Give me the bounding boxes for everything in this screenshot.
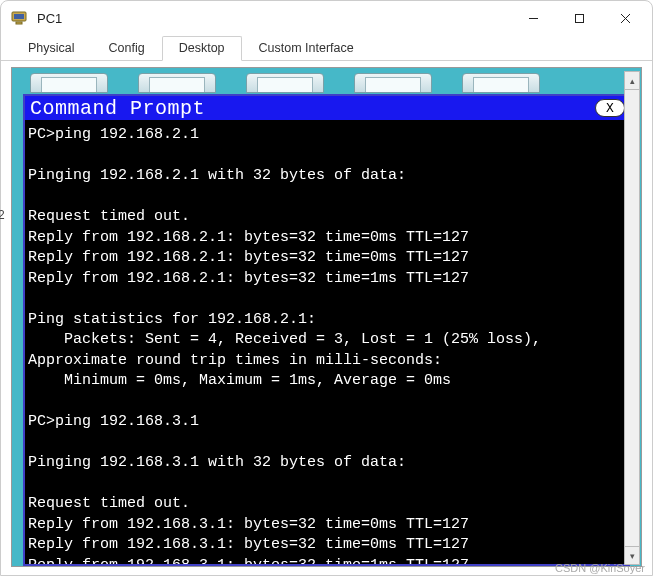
svg-rect-4 (575, 14, 583, 22)
window-titlebar: PC1 (1, 1, 652, 35)
app-window: PC1 Physical Config Desktop Custom Inter… (0, 0, 653, 576)
command-prompt-close-button[interactable]: X (595, 99, 625, 117)
watermark: CSDN @KiriSoyer (555, 562, 645, 574)
scroll-up-button[interactable]: ▴ (625, 72, 639, 90)
desktop-app-icon[interactable] (246, 73, 324, 93)
desktop-icon-row (12, 68, 641, 93)
command-prompt-window: Command Prompt X PC>ping 192.168.2.1 Pin… (23, 94, 630, 566)
window-controls (510, 3, 648, 33)
tab-bar: Physical Config Desktop Custom Interface (1, 35, 652, 61)
pc-icon (11, 11, 29, 25)
tab-config[interactable]: Config (92, 36, 162, 61)
tab-custom-interface[interactable]: Custom Interface (242, 36, 371, 61)
left-axis-fragment: 2 (0, 191, 5, 239)
close-button[interactable] (602, 3, 648, 33)
minimize-button[interactable] (510, 3, 556, 33)
desktop-app-icon[interactable] (138, 73, 216, 93)
vertical-scrollbar[interactable]: ▴ ▾ (624, 71, 640, 565)
command-prompt-body[interactable]: PC>ping 192.168.2.1 Pinging 192.168.2.1 … (25, 120, 628, 564)
desktop-area: Command Prompt X PC>ping 192.168.2.1 Pin… (11, 67, 642, 567)
command-prompt-titlebar[interactable]: Command Prompt X (25, 96, 628, 120)
desktop-app-icon[interactable] (354, 73, 432, 93)
tab-physical[interactable]: Physical (11, 36, 92, 61)
desktop-app-icon[interactable] (462, 73, 540, 93)
tab-desktop[interactable]: Desktop (162, 36, 242, 61)
maximize-button[interactable] (556, 3, 602, 33)
svg-rect-2 (16, 22, 22, 24)
window-title: PC1 (37, 11, 62, 26)
scroll-track[interactable] (625, 90, 639, 546)
command-prompt-title: Command Prompt (30, 97, 205, 120)
titlebar-left: PC1 (11, 11, 62, 26)
svg-rect-1 (14, 14, 24, 19)
desktop-app-icon[interactable] (30, 73, 108, 93)
